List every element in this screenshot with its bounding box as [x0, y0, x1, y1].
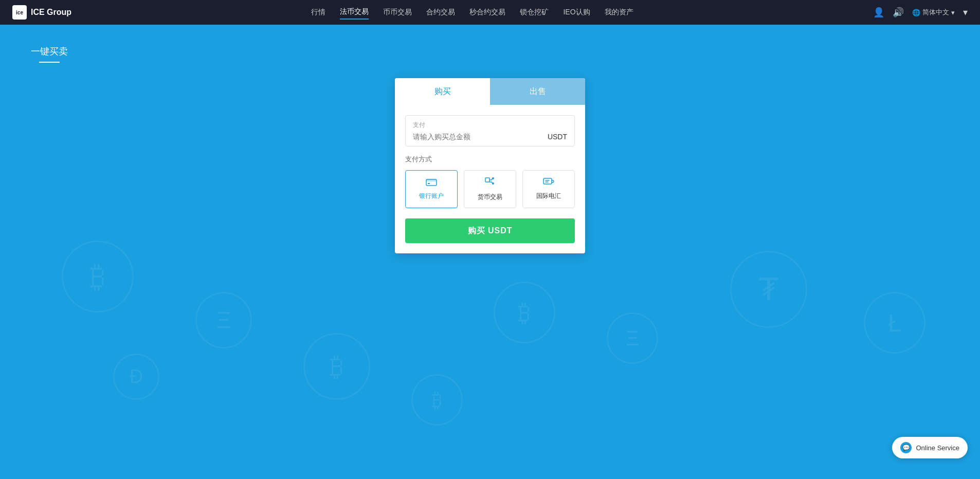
online-service-label: Online Service [916, 444, 959, 452]
svg-rect-2 [428, 183, 430, 184]
trade-card: 购买 出售 支付 USDT 支付方式 [395, 78, 585, 253]
payment-input-row: USDT [413, 133, 567, 141]
buy-button[interactable]: 购买 USDT [405, 218, 575, 243]
navbar-nav: 行情 法币交易 币币交易 合约交易 秒合约交易 锁仓挖矿 IEO认购 我的资产 [88, 5, 857, 20]
more-icon[interactable]: ▾ [963, 7, 968, 18]
page-title-wrap: 一键买卖 [31, 45, 68, 63]
bank-label: 银行账户 [419, 192, 444, 200]
payment-input-label: 支付 [413, 121, 567, 130]
page-title: 一键买卖 [31, 45, 68, 58]
svg-rect-1 [426, 179, 437, 181]
nav-item-assets[interactable]: 我的资产 [605, 6, 633, 19]
currency-suffix: USDT [548, 133, 567, 141]
main-content: ₿ Ξ ₿ ₿ Ξ ₮ Ł Ð ₿ 一键买卖 购买 出售 支付 [0, 25, 980, 479]
svg-point-5 [492, 182, 494, 185]
payment-method-crypto[interactable]: 货币交易 [464, 170, 516, 208]
brand-name: ICE Group [31, 8, 71, 17]
payment-method-wire[interactable]: 国际电汇 [522, 170, 575, 208]
tab-buy[interactable]: 购买 [395, 78, 490, 105]
payment-method-bank[interactable]: 银行账户 [405, 170, 458, 208]
page-title-underline [39, 62, 60, 63]
navbar-right: 👤 🔊 🌐 简体中文 ▾ ▾ [873, 7, 968, 18]
navbar: ice ICE Group 行情 法币交易 币币交易 合约交易 秒合约交易 锁仓… [0, 0, 980, 25]
svg-point-4 [492, 177, 494, 179]
card-wrapper: 购买 出售 支付 USDT 支付方式 [0, 78, 980, 253]
amount-input[interactable] [413, 133, 543, 141]
card-tabs: 购买 出售 [395, 78, 585, 105]
user-icon[interactable]: 👤 [873, 7, 884, 18]
nav-item-fiat[interactable]: 法币交易 [340, 5, 369, 20]
chat-icon: 💬 [900, 442, 912, 453]
brand[interactable]: ice ICE Group [12, 5, 71, 20]
wire-label: 国际电汇 [536, 192, 561, 200]
brand-logo: ice [12, 5, 27, 20]
tab-sell[interactable]: 出售 [490, 78, 585, 105]
nav-item-mining[interactable]: 锁仓挖矿 [520, 6, 549, 19]
nav-item-crypto[interactable]: 币币交易 [383, 6, 412, 19]
card-body: 支付 USDT 支付方式 [395, 105, 585, 253]
payment-methods: 银行账户 货币交易 [405, 170, 575, 208]
crypto-trade-icon [484, 177, 496, 190]
crypto-trade-label: 货币交易 [478, 193, 502, 201]
nav-item-flash-contract[interactable]: 秒合约交易 [469, 6, 505, 19]
svg-rect-6 [543, 178, 552, 184]
nav-item-ieo[interactable]: IEO认购 [563, 6, 590, 19]
page-section: 一键买卖 [0, 25, 980, 73]
svg-rect-3 [485, 178, 489, 182]
lang-label: 简体中文 [922, 8, 949, 17]
payment-input-group: 支付 USDT [405, 115, 575, 146]
chevron-down-icon: ▾ [951, 9, 955, 16]
bank-icon [426, 177, 437, 189]
lang-selector[interactable]: 🌐 简体中文 ▾ [912, 8, 955, 17]
volume-icon[interactable]: 🔊 [893, 7, 904, 18]
wire-icon [543, 177, 554, 189]
nav-item-contract[interactable]: 合约交易 [426, 6, 455, 19]
payment-method-label: 支付方式 [405, 155, 575, 164]
online-service-button[interactable]: 💬 Online Service [892, 437, 968, 458]
nav-item-market[interactable]: 行情 [311, 6, 325, 19]
globe-icon: 🌐 [912, 9, 920, 16]
